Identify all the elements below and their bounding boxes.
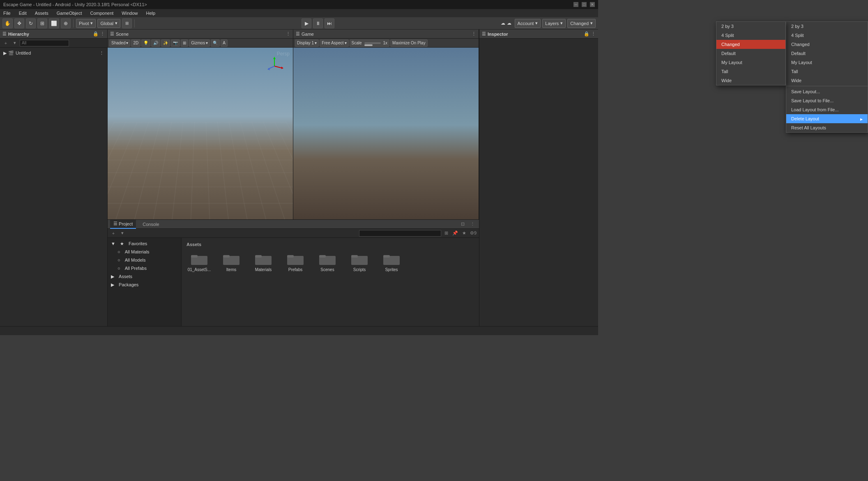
scene-view-more[interactable]: ⋮ bbox=[286, 31, 290, 37]
menu-assets[interactable]: Assets bbox=[33, 10, 50, 16]
svg-rect-9 bbox=[223, 255, 230, 258]
grid-btn[interactable]: ⊞ bbox=[122, 18, 132, 28]
hierarchy-item-untitled[interactable]: ▶ 🎬 Untitled ⋮ bbox=[0, 49, 107, 57]
tool-rotate[interactable] bbox=[26, 18, 36, 28]
tool-move[interactable] bbox=[14, 18, 24, 28]
hierarchy-header: ☰ Hierarchy 🔒 ⋮ bbox=[0, 30, 107, 39]
svg-rect-19 bbox=[383, 255, 390, 258]
global-dropdown[interactable]: Global ▾ bbox=[97, 19, 120, 28]
scene-camera-btn[interactable]: 📷 bbox=[171, 39, 180, 47]
all-prefabs-icon: ○ bbox=[117, 266, 120, 271]
maximize-button[interactable]: □ bbox=[582, 2, 587, 7]
tool-scale[interactable] bbox=[37, 18, 47, 28]
project-more-btn[interactable]: ⋮ bbox=[468, 220, 477, 228]
scene-toolbar: Shaded ▾ 2D 💡 🔊 ✨ 📷 ⊞ Gizmos ▾ 🔍 bbox=[108, 39, 293, 48]
fx-btn[interactable]: ✨ bbox=[161, 39, 170, 47]
menu-window[interactable]: Window bbox=[120, 10, 139, 16]
close-button[interactable]: ✕ bbox=[590, 2, 595, 7]
sidebar-favorites[interactable]: ▼ ★ Favorites bbox=[108, 239, 181, 248]
project-search[interactable] bbox=[359, 230, 441, 237]
folder-item-1[interactable]: Items bbox=[217, 251, 246, 274]
gizmos-btn active[interactable]: Gizmos ▾ bbox=[189, 39, 210, 47]
hierarchy-search-btn[interactable]: ▾ bbox=[11, 39, 19, 47]
display-dropdown[interactable]: Display 1 ▾ bbox=[295, 39, 319, 47]
scene-grid-btn[interactable]: ⊞ bbox=[181, 39, 188, 47]
folder-item-2[interactable]: Materials bbox=[249, 251, 278, 274]
hierarchy-add-btn[interactable]: + bbox=[2, 39, 10, 47]
hierarchy-icon: ☰ bbox=[2, 31, 7, 37]
play-button[interactable] bbox=[302, 18, 311, 28]
layers-dropdown[interactable]: Layers ▾ bbox=[542, 19, 566, 28]
tool-rect[interactable] bbox=[49, 18, 59, 28]
scene-label: Untitled bbox=[16, 51, 31, 55]
project-add-btn[interactable]: + bbox=[109, 229, 117, 237]
project-grid-btn[interactable]: ⊞ bbox=[442, 229, 450, 237]
menu-file[interactable]: File bbox=[2, 10, 12, 16]
project-expand-btn[interactable]: ⊡ bbox=[458, 220, 467, 228]
step-button[interactable] bbox=[325, 18, 334, 28]
project-fav-btn[interactable]: ▾ bbox=[118, 229, 127, 237]
folder-item-3[interactable]: Prefabs bbox=[281, 251, 310, 274]
bottom-status-bar bbox=[0, 326, 598, 335]
folder-item-0[interactable]: 01_AssetS... bbox=[185, 251, 214, 274]
files-header: Assets bbox=[185, 241, 476, 248]
layout-dropdown-btn[interactable]: Changed ▾ bbox=[567, 19, 596, 28]
2d-btn[interactable]: 2D bbox=[131, 39, 140, 47]
tab-project[interactable]: ☰ Project bbox=[110, 220, 136, 229]
project-star-btn[interactable]: ★ bbox=[460, 229, 468, 237]
scene-more-icon[interactable]: ⋮ bbox=[99, 51, 104, 56]
pause-button[interactable] bbox=[313, 18, 323, 28]
scale-value: 1x bbox=[383, 41, 388, 45]
scene-gizmo[interactable] bbox=[264, 56, 285, 76]
menu-edit[interactable]: Edit bbox=[17, 10, 28, 16]
aspect-dropdown[interactable]: Free Aspect ▾ bbox=[320, 39, 348, 47]
layout-label: Changed bbox=[570, 21, 589, 26]
menu-gameobject[interactable]: GameObject bbox=[55, 10, 84, 16]
hierarchy-search[interactable] bbox=[20, 40, 69, 46]
sidebar-all-models[interactable]: ○ All Models bbox=[108, 256, 181, 264]
sidebar-all-materials[interactable]: ○ All Materials bbox=[108, 248, 181, 256]
perspective-label: Persp bbox=[277, 51, 290, 57]
layers-label: Layers bbox=[545, 21, 559, 26]
sidebar-assets[interactable]: ▶ Assets bbox=[108, 272, 181, 281]
folder-label-3: Prefabs bbox=[288, 267, 302, 272]
svg-marker-3 bbox=[281, 67, 283, 69]
tab-console[interactable]: Console bbox=[139, 220, 162, 229]
scale-control[interactable]: Scale 1x bbox=[350, 39, 390, 47]
folder-item-4[interactable]: Scenes bbox=[313, 251, 342, 274]
folder-label-6: Sprites bbox=[385, 267, 398, 272]
menu-help[interactable]: Help bbox=[144, 10, 157, 16]
files-grid: 01_AssetS... Items Materials bbox=[185, 251, 476, 274]
folder-item-5[interactable]: Scripts bbox=[345, 251, 374, 274]
all-materials-icon: ○ bbox=[117, 249, 120, 254]
shading-dropdown[interactable]: Shaded ▾ bbox=[109, 39, 130, 47]
favorites-label: Favorites bbox=[129, 241, 147, 246]
window-controls: ─ □ ✕ bbox=[573, 2, 595, 7]
display-label: Display 1 bbox=[297, 41, 314, 45]
account-dropdown[interactable]: Account ▾ bbox=[515, 19, 541, 28]
game-view-more[interactable]: ⋮ bbox=[472, 31, 476, 37]
hierarchy-more-icon[interactable]: ⋮ bbox=[100, 31, 105, 37]
project-filter-btn[interactable]: ⚙9 bbox=[469, 229, 477, 237]
packages-expand-icon: ▶ bbox=[111, 282, 114, 288]
sidebar-packages[interactable]: ▶ Packages bbox=[108, 281, 181, 289]
svg-rect-7 bbox=[191, 255, 198, 258]
tool-hand[interactable] bbox=[2, 18, 13, 28]
pivot-dropdown[interactable]: Pivot ▾ bbox=[76, 19, 96, 28]
lighting-btn[interactable]: 💡 bbox=[141, 39, 150, 47]
folder-item-6[interactable]: Sprites bbox=[377, 251, 406, 274]
tool-transform[interactable] bbox=[61, 18, 71, 28]
sidebar-all-prefabs[interactable]: ○ All Prefabs bbox=[108, 264, 181, 272]
folder-label-1: Items bbox=[226, 267, 236, 272]
audio-btn[interactable]: 🔊 bbox=[151, 39, 160, 47]
menu-component[interactable]: Component bbox=[88, 10, 115, 16]
hierarchy-content: ▶ 🎬 Untitled ⋮ bbox=[0, 48, 107, 326]
inspector-icon: ☰ bbox=[482, 31, 486, 37]
scene-options-btn[interactable]: A bbox=[221, 39, 228, 47]
maximize-btn[interactable]: Maximize On Play bbox=[390, 39, 428, 47]
scene-search-btn[interactable]: 🔍 bbox=[211, 39, 220, 47]
scale-label: Scale bbox=[352, 41, 362, 45]
project-pin-btn[interactable]: 📌 bbox=[451, 229, 459, 237]
minimize-button[interactable]: ─ bbox=[573, 2, 578, 7]
inspector-more-icon[interactable]: ⋮ bbox=[591, 31, 596, 37]
